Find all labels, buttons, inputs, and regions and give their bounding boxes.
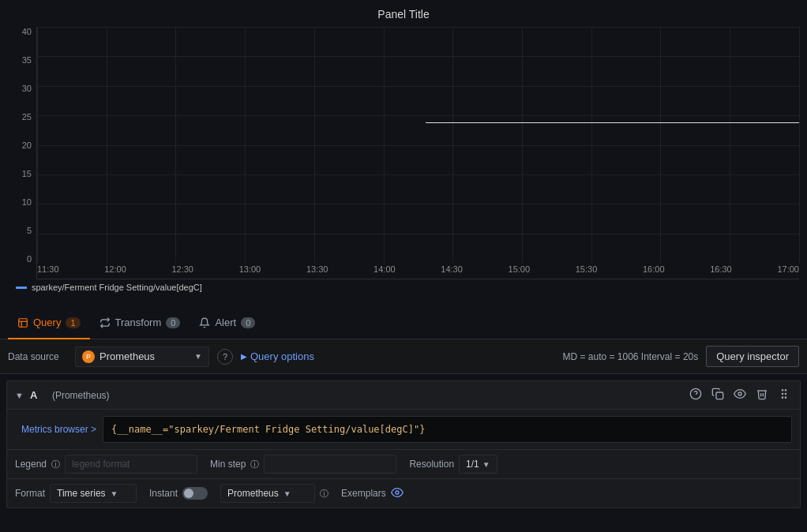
- prometheus-select-group: Prometheus ▼ ⓘ: [220, 484, 328, 503]
- chart-container: Panel Title 40 35 30 25 20 15 10 5 0: [0, 0, 807, 308]
- metrics-browser-label: Metrics browser >: [21, 424, 96, 435]
- instant-label: Instant: [149, 488, 178, 499]
- format-label: Format: [15, 488, 45, 499]
- prometheus-icon: P: [82, 350, 95, 363]
- datasource-help-icon[interactable]: ?: [217, 349, 233, 365]
- instant-toggle-container: [182, 487, 208, 500]
- legend-info-icon[interactable]: ⓘ: [51, 459, 60, 470]
- query-datasource-tag: (Prometheus): [52, 390, 110, 401]
- prometheus-select-value: Prometheus: [227, 488, 279, 499]
- svg-point-13: [396, 491, 399, 494]
- min-step-info-icon[interactable]: ⓘ: [250, 459, 259, 470]
- copy-icon[interactable]: [710, 386, 726, 404]
- svg-point-11: [785, 393, 786, 394]
- format-row: Format Time series ▼ Instant Prometheus …: [7, 478, 800, 508]
- svg-point-8: [782, 393, 783, 394]
- delete-icon[interactable]: [754, 386, 770, 404]
- legend-input[interactable]: [65, 455, 197, 474]
- tab-alert[interactable]: Alert 0: [190, 308, 265, 339]
- instant-toggle[interactable]: [182, 487, 208, 500]
- query-inspector-button[interactable]: Query inspector: [706, 346, 799, 367]
- datasource-chevron-icon: ▼: [194, 352, 202, 361]
- query-letter: A: [30, 389, 46, 401]
- query-options-button[interactable]: ▶ Query options: [241, 350, 314, 362]
- tab-query-badge: 1: [66, 317, 80, 328]
- query-meta: MD = auto = 1006 Interval = 20s: [322, 351, 698, 362]
- resolution-chevron-icon: ▼: [482, 460, 490, 469]
- options-row: Legend ⓘ Min step ⓘ Resolution 1/1 ▼: [7, 449, 800, 478]
- chart-plot-area: 11:30 12:00 12:30 13:00 13:30 14:00 14:3…: [36, 27, 799, 279]
- prometheus-select[interactable]: Prometheus ▼: [220, 484, 315, 503]
- exemplars-eye-icon[interactable]: [391, 486, 404, 501]
- svg-point-7: [782, 390, 783, 391]
- min-step-label: Min step: [210, 459, 246, 470]
- svg-point-12: [785, 397, 786, 398]
- resolution-group: Resolution 1/1 ▼: [409, 455, 497, 474]
- metrics-browser-row: Metrics browser > {__name__="sparkey/Fer…: [7, 410, 800, 449]
- svg-point-6: [738, 392, 741, 395]
- y-axis: 40 35 30 25 20 15 10 5 0: [8, 27, 36, 279]
- legend-color-swatch: [16, 287, 27, 289]
- query-expression-input[interactable]: {__name__="sparkey/Ferment Fridge Settin…: [103, 416, 792, 443]
- query-options-arrow-icon: ▶: [241, 352, 247, 361]
- format-value: Time series: [57, 488, 106, 499]
- tabs-bar: Query 1 Transform 0 Alert 0: [0, 308, 807, 339]
- collapse-icon[interactable]: ▼: [15, 391, 24, 400]
- help-circle-icon[interactable]: [688, 386, 704, 404]
- legend-label: Legend: [15, 459, 47, 470]
- query-block-actions: [688, 386, 792, 404]
- transform-icon: [99, 317, 111, 328]
- metrics-browser-button[interactable]: Metrics browser >: [15, 421, 103, 438]
- query-icon: [17, 317, 28, 328]
- min-step-group: Min step ⓘ: [210, 455, 396, 474]
- resolution-select[interactable]: 1/1 ▼: [459, 455, 497, 474]
- format-group: Format Time series ▼: [15, 484, 137, 503]
- tab-query[interactable]: Query 1: [8, 308, 90, 339]
- query-options-label: Query options: [250, 350, 314, 362]
- grid-lines: [37, 27, 799, 263]
- prometheus-info-icon[interactable]: ⓘ: [320, 488, 328, 500]
- alert-icon: [199, 317, 210, 328]
- query-block-header: ▼ A (Prometheus): [7, 381, 800, 410]
- exemplars-label: Exemplars: [341, 488, 386, 499]
- min-step-input[interactable]: [264, 455, 396, 474]
- chart-legend: sparkey/Ferment Fridge Setting/value[deg…: [8, 279, 799, 295]
- format-select[interactable]: Time series ▼: [50, 484, 137, 503]
- legend-label: sparkey/Ferment Fridge Setting/value[deg…: [32, 283, 202, 292]
- legend-group: Legend ⓘ: [15, 455, 197, 474]
- drag-handle-icon[interactable]: [776, 386, 792, 404]
- datasource-select[interactable]: P Prometheus ▼: [75, 347, 209, 367]
- instant-group: Instant: [149, 487, 208, 500]
- tab-transform-badge: 0: [166, 317, 180, 328]
- svg-rect-0: [19, 318, 28, 327]
- x-axis-labels: 11:30 12:00 12:30 13:00 13:30 14:00 14:3…: [37, 263, 799, 279]
- tab-transform[interactable]: Transform 0: [90, 308, 190, 339]
- svg-point-10: [785, 390, 786, 391]
- format-chevron-icon: ▼: [111, 489, 118, 498]
- query-editor: Data source P Prometheus ▼ ? ▶ Query opt…: [0, 339, 807, 508]
- svg-point-9: [782, 397, 783, 398]
- query-block-a: ▼ A (Prometheus): [6, 380, 801, 508]
- tab-query-label: Query: [33, 317, 61, 328]
- tab-alert-label: Alert: [215, 317, 236, 328]
- datasource-label: Data source: [8, 351, 67, 362]
- datasource-row: Data source P Prometheus ▼ ? ▶ Query opt…: [0, 339, 807, 374]
- toggle-knob: [184, 489, 193, 498]
- eye-toggle-icon[interactable]: [732, 386, 748, 404]
- data-series-line: [426, 122, 799, 123]
- svg-rect-5: [716, 392, 723, 399]
- exemplars-group: Exemplars: [341, 486, 404, 501]
- resolution-value: 1/1: [466, 459, 479, 470]
- tab-transform-label: Transform: [115, 317, 162, 328]
- panel-title: Panel Title: [8, 8, 799, 21]
- resolution-label: Resolution: [409, 459, 454, 470]
- prometheus-chevron-icon: ▼: [283, 489, 291, 498]
- tab-alert-badge: 0: [241, 317, 255, 328]
- datasource-name: Prometheus: [99, 350, 190, 362]
- chart-area: 40 35 30 25 20 15 10 5 0: [8, 27, 799, 279]
